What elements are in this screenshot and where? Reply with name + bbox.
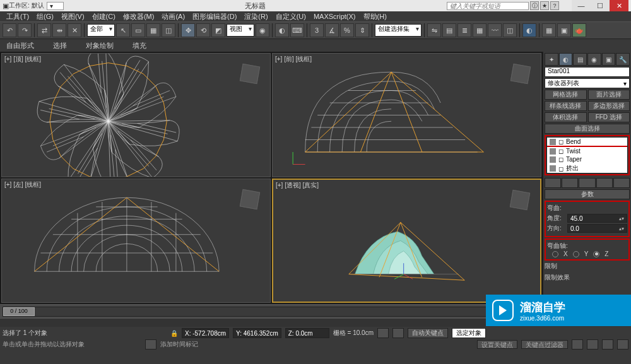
window-close-button[interactable]: ✕: [610, 0, 628, 11]
help-search-input[interactable]: [447, 2, 529, 10]
menu-anim[interactable]: 动画(A): [162, 12, 185, 21]
render-frame-button[interactable]: ▣: [557, 23, 571, 37]
menu-help[interactable]: 帮助(H): [363, 12, 387, 21]
manipulate-button[interactable]: ◐: [275, 23, 289, 37]
surf-select-button[interactable]: 曲面选择: [545, 124, 630, 134]
script-listener-button[interactable]: [145, 339, 156, 349]
viewport-front-label[interactable]: [+] [前] [线框]: [275, 55, 312, 64]
selection-set-dropdown[interactable]: 创建选择集: [375, 24, 422, 37]
show-end-button[interactable]: [562, 178, 578, 188]
modify-tab[interactable]: ◐: [559, 53, 573, 66]
spline-select-button[interactable]: 样条线选择: [545, 101, 587, 111]
render-setup-button[interactable]: ▦: [542, 23, 556, 37]
angle-spinner[interactable]: 45.0▴▾: [567, 214, 627, 223]
ribbon-toggle-button[interactable]: ▦: [473, 23, 487, 37]
poly-select-button[interactable]: 多边形选择: [588, 101, 630, 111]
ribbon-freeform[interactable]: 自由形式: [6, 41, 34, 50]
curve-editor-button[interactable]: 〰: [488, 23, 502, 37]
info-icon[interactable]: ⓘ: [530, 1, 539, 10]
nav-orbit-button[interactable]: [602, 339, 613, 349]
modifier-stack[interactable]: ◻ Bend ◻ Twist ◻ Taper ◻ 挤出: [546, 137, 628, 173]
axis-y-radio[interactable]: [573, 251, 579, 257]
window-crossing-button[interactable]: ◫: [162, 23, 175, 37]
modifier-taper[interactable]: ◻ Taper: [547, 155, 627, 163]
menu-view[interactable]: 视图(V): [61, 12, 85, 21]
eye-icon[interactable]: [550, 148, 556, 155]
scale-button[interactable]: ◩: [211, 23, 225, 37]
viewport-front[interactable]: [+] [前] [线框]: [272, 53, 541, 177]
selection-filter-dropdown[interactable]: 全部: [87, 24, 115, 37]
menu-maxscript[interactable]: MAXScript(X): [314, 13, 356, 20]
modifier-bend[interactable]: ◻ Bend: [547, 138, 627, 147]
render-button[interactable]: 🫖: [572, 23, 586, 37]
modifier-extrude[interactable]: ◻ 挤出: [547, 163, 627, 173]
eye-icon[interactable]: [550, 156, 556, 163]
pivot-button[interactable]: ◉: [256, 23, 269, 37]
refcoord-dropdown[interactable]: 视图: [227, 24, 254, 37]
nav-pan-button[interactable]: [572, 339, 583, 349]
axis-x-radio[interactable]: [552, 251, 558, 257]
modifier-list-dropdown[interactable]: 修改器列表▾: [545, 78, 630, 88]
angle-snap-button[interactable]: ∡: [325, 23, 339, 37]
schematic-button[interactable]: ◫: [503, 23, 517, 37]
coord-x[interactable]: X: -572.708cm: [182, 328, 229, 338]
select-button[interactable]: ↖: [116, 23, 130, 37]
motion-tab[interactable]: ◉: [587, 53, 601, 66]
layer-button[interactable]: ≣: [457, 23, 471, 37]
help-icon[interactable]: ?: [550, 1, 559, 10]
unlink-button[interactable]: ⇹: [52, 23, 66, 37]
menu-custom[interactable]: 自定义(U): [276, 12, 306, 21]
viewport-persp-label[interactable]: [+] [透视] [真实]: [276, 181, 319, 190]
viewport-left-label[interactable]: [+] [左] [线框]: [4, 180, 41, 189]
workspace-dropdown[interactable]: ▾: [47, 2, 64, 10]
move-button[interactable]: ✥: [181, 23, 195, 37]
viewport-left[interactable]: [+] [左] [线框]: [1, 179, 271, 303]
align-button[interactable]: ▤: [442, 23, 456, 37]
eye-icon[interactable]: [550, 165, 556, 172]
ribbon-objectpaint[interactable]: 对象绘制: [86, 41, 114, 50]
link-button[interactable]: ⇄: [37, 23, 51, 37]
time-slider-handle[interactable]: 0 / 100: [3, 307, 35, 316]
menu-group[interactable]: 组(G): [37, 12, 54, 21]
vol-select-button[interactable]: 体积选择: [545, 112, 587, 122]
material-editor-button[interactable]: ◐: [522, 23, 536, 37]
keyfilter-button[interactable]: 关键点过滤器: [521, 340, 568, 349]
percent-snap-button[interactable]: %: [340, 23, 354, 37]
menu-render[interactable]: 渲染(R): [244, 12, 268, 21]
spinner-snap-button[interactable]: ⇕: [355, 23, 369, 37]
ffd-select-button[interactable]: FFD 选择: [588, 112, 630, 122]
ribbon-select[interactable]: 选择: [53, 41, 67, 50]
setkey-button[interactable]: 设置关键点: [477, 340, 517, 349]
pin-stack-button[interactable]: [545, 178, 561, 188]
nav-maximize-button[interactable]: [617, 339, 628, 349]
lock-icon[interactable]: 🔒: [170, 330, 178, 337]
mesh-select-button[interactable]: 网格选择: [545, 90, 587, 100]
eye-icon[interactable]: [550, 139, 556, 145]
menu-create[interactable]: 创建(C): [92, 12, 115, 21]
window-minimize-button[interactable]: —: [572, 0, 591, 11]
addtime-label[interactable]: 添加时间标记: [160, 340, 198, 349]
direction-spinner[interactable]: 0.0▴▾: [567, 224, 627, 233]
params-rollout-header[interactable]: 参数: [545, 189, 630, 199]
snap-button[interactable]: 3: [310, 23, 324, 37]
modifier-twist[interactable]: ◻ Twist: [547, 147, 627, 155]
create-tab[interactable]: ✦: [545, 53, 558, 66]
utilities-tab[interactable]: 🔧: [616, 53, 630, 66]
viewport-top[interactable]: [+] [顶] [线框]: [1, 53, 271, 177]
coord-z[interactable]: Z: 0.0cm: [285, 328, 329, 338]
keymode-button[interactable]: ⌨: [290, 23, 304, 37]
menu-modifier[interactable]: 修改器(M): [123, 12, 155, 21]
nav-zoom-button[interactable]: [587, 339, 598, 349]
select-name-button[interactable]: ▭: [131, 23, 145, 37]
playback-start-button[interactable]: [377, 328, 389, 338]
rotate-button[interactable]: ⟲: [196, 23, 210, 37]
star-icon[interactable]: ★: [540, 1, 549, 10]
object-name-field[interactable]: Star001: [545, 67, 630, 77]
configure-button[interactable]: [613, 178, 630, 188]
menu-tools[interactable]: 工具(T): [6, 12, 29, 21]
window-maximize-button[interactable]: ☐: [591, 0, 610, 11]
ribbon-fill[interactable]: 填充: [133, 41, 146, 50]
axis-z-radio[interactable]: [593, 251, 599, 257]
patch-select-button[interactable]: 面片选择: [588, 90, 630, 100]
hierarchy-tab[interactable]: ▤: [573, 53, 587, 66]
